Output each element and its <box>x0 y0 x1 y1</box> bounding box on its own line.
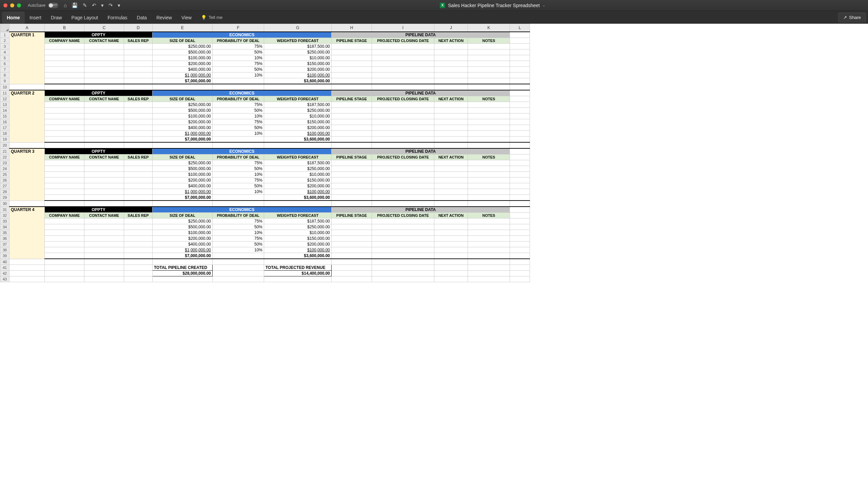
cell[interactable] <box>332 276 372 282</box>
company-cell[interactable] <box>45 224 84 230</box>
size-cell[interactable]: $250,000.00 <box>153 160 213 166</box>
forecast-cell[interactable]: $250,000.00 <box>264 166 332 172</box>
cell[interactable] <box>468 183 510 189</box>
prob-cell[interactable]: 75% <box>213 218 264 224</box>
cell[interactable] <box>468 61 510 67</box>
cell[interactable] <box>84 137 124 143</box>
prob-cell[interactable]: 50% <box>213 224 264 230</box>
quarter-forecast-total[interactable]: $3,600,000.00 <box>264 78 332 84</box>
cell[interactable] <box>434 102 468 108</box>
forecast-cell[interactable]: $187,500.00 <box>264 160 332 166</box>
cell[interactable] <box>84 276 124 282</box>
row-header[interactable]: 28 <box>0 189 9 195</box>
cell[interactable] <box>213 276 264 282</box>
rep-cell[interactable] <box>124 55 153 61</box>
cell[interactable] <box>434 230 468 236</box>
prob-cell[interactable]: 75% <box>213 61 264 67</box>
row-header[interactable]: 15 <box>0 113 9 119</box>
spacer[interactable] <box>124 84 153 90</box>
contact-cell[interactable] <box>84 172 124 177</box>
row-header[interactable]: 40 <box>0 259 9 265</box>
spacer[interactable] <box>332 201 372 207</box>
cell[interactable] <box>510 72 530 78</box>
hdr-closing[interactable]: PROJECTED CLOSING DATE <box>372 38 434 44</box>
minimize-window-button[interactable] <box>10 3 14 7</box>
row-header[interactable]: 42 <box>0 271 9 276</box>
hdr-notes[interactable]: NOTES <box>468 38 510 44</box>
hdr-forecast[interactable]: WEIGHTED FORECAST <box>264 38 332 44</box>
contact-cell[interactable] <box>84 49 124 55</box>
hdr-forecast[interactable]: WEIGHTED FORECAST <box>264 96 332 102</box>
row-header[interactable]: 8 <box>0 72 9 78</box>
cell[interactable] <box>153 259 213 265</box>
cell[interactable] <box>434 276 468 282</box>
spacer[interactable] <box>45 201 84 207</box>
cell[interactable] <box>468 177 510 183</box>
cell[interactable] <box>372 113 434 119</box>
rep-cell[interactable] <box>124 102 153 108</box>
cell[interactable] <box>434 247 468 253</box>
row-header[interactable]: 22 <box>0 154 9 160</box>
row-header[interactable]: 6 <box>0 61 9 67</box>
size-cell[interactable]: $200,000.00 <box>153 177 213 183</box>
spacer[interactable] <box>153 84 213 90</box>
hdr-prob[interactable]: PROBABILITY OF DEAL <box>213 213 264 218</box>
ribbon-tab-review[interactable]: Review <box>152 12 177 24</box>
hdr-size[interactable]: SIZE OF DEAL <box>153 38 213 44</box>
cell[interactable] <box>372 78 434 84</box>
cell[interactable] <box>468 271 510 276</box>
cell[interactable] <box>45 78 84 84</box>
cell[interactable] <box>372 195 434 201</box>
cell[interactable] <box>372 61 434 67</box>
spacer[interactable] <box>510 201 530 207</box>
cell[interactable] <box>434 271 468 276</box>
cell[interactable] <box>332 160 372 166</box>
cell[interactable] <box>468 72 510 78</box>
cell[interactable] <box>213 78 264 84</box>
forecast-cell[interactable]: $150,000.00 <box>264 119 332 125</box>
cell[interactable] <box>9 271 45 276</box>
prob-cell[interactable]: 75% <box>213 119 264 125</box>
cell[interactable] <box>372 72 434 78</box>
cell[interactable] <box>372 224 434 230</box>
company-cell[interactable] <box>45 113 84 119</box>
cell[interactable] <box>510 218 530 224</box>
cell[interactable] <box>372 259 434 265</box>
cell[interactable] <box>332 230 372 236</box>
cell[interactable] <box>468 119 510 125</box>
ribbon-tab-data[interactable]: Data <box>132 12 152 24</box>
cell[interactable] <box>468 218 510 224</box>
spacer[interactable] <box>84 142 124 148</box>
rep-cell[interactable] <box>124 119 153 125</box>
cell[interactable] <box>213 137 264 143</box>
cell[interactable] <box>332 131 372 137</box>
prob-cell[interactable]: 10% <box>213 72 264 78</box>
cell[interactable] <box>434 67 468 72</box>
size-cell[interactable]: $400,000.00 <box>153 125 213 131</box>
cell[interactable] <box>434 172 468 177</box>
row-header[interactable]: 2 <box>0 38 9 44</box>
contact-cell[interactable] <box>84 44 124 49</box>
cell[interactable] <box>124 137 153 143</box>
cell[interactable] <box>332 125 372 131</box>
hdr-stage[interactable]: PIPELINE STAGE <box>332 96 372 102</box>
row-header[interactable]: 14 <box>0 108 9 113</box>
size-cell[interactable]: $100,000.00 <box>153 113 213 119</box>
hdr-next[interactable]: NEXT ACTION <box>434 38 468 44</box>
forecast-cell[interactable]: $200,000.00 <box>264 183 332 189</box>
cell[interactable] <box>468 276 510 282</box>
forecast-cell[interactable]: $10,000.00 <box>264 230 332 236</box>
row-header[interactable]: 19 <box>0 137 9 143</box>
cell[interactable] <box>468 67 510 72</box>
forecast-cell[interactable]: $250,000.00 <box>264 224 332 230</box>
cell[interactable] <box>372 119 434 125</box>
row-header[interactable]: 10 <box>0 84 9 90</box>
ribbon-tab-home[interactable]: Home <box>2 12 25 24</box>
cell[interactable] <box>332 113 372 119</box>
cell[interactable] <box>124 265 153 271</box>
spacer[interactable] <box>510 142 530 148</box>
forecast-cell[interactable]: $250,000.00 <box>264 108 332 113</box>
cell[interactable] <box>372 265 434 271</box>
section-economics[interactable]: ECONOMICS <box>153 207 332 213</box>
row-header[interactable]: 32 <box>0 213 9 218</box>
